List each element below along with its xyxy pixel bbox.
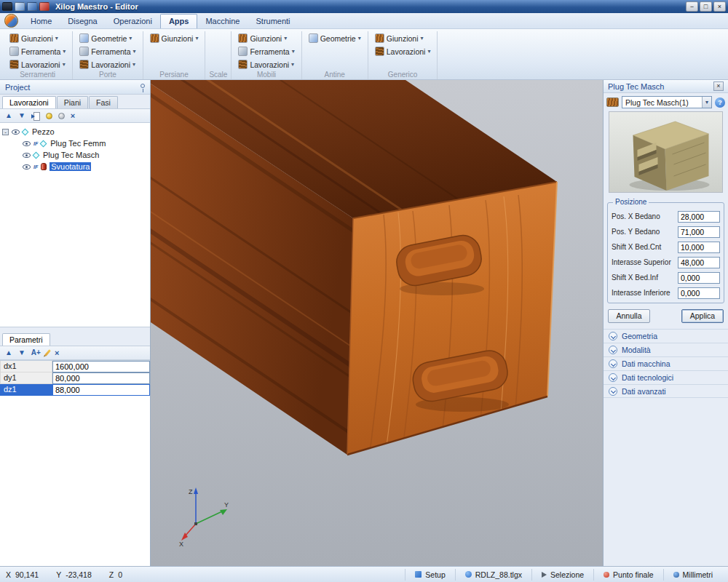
param-row-dx1[interactable]: dx1 — [0, 361, 150, 372]
tab-strumenti[interactable]: Strumenti — [248, 15, 298, 28]
project-panel-header: Project — [0, 80, 150, 95]
tool-select-dropdown[interactable]: Plug Tec Masch(1) ▾ — [622, 96, 712, 108]
ribbon-button-ferramenta[interactable]: Ferramenta▾ — [236, 45, 296, 57]
tree-item-label[interactable]: Plug Tec Femm — [49, 139, 107, 148]
delete-button[interactable]: × — [71, 112, 75, 119]
param-name[interactable]: dx1 — [0, 361, 52, 372]
tab-fasi[interactable]: Fasi — [89, 96, 118, 108]
tree-item-label[interactable]: Svuotatura — [50, 162, 91, 171]
ribbon-button-giunzioni[interactable]: Giunzioni▾ — [148, 32, 201, 44]
maximize-button[interactable]: □ — [700, 1, 712, 12]
ribbon-button-lavorazioni[interactable]: Lavorazioni▾ — [7, 58, 68, 71]
apply-button[interactable]: Applica — [681, 309, 724, 323]
close-button[interactable]: × — [713, 1, 726, 12]
tree-item-label[interactable]: Plug Tec Masch — [41, 151, 100, 159]
move-down-button[interactable]: ▼ — [18, 112, 25, 119]
geometrie-icon — [309, 33, 318, 43]
tree-item-label[interactable]: Pezzo — [31, 127, 56, 136]
visibility-eye-icon[interactable] — [12, 129, 20, 135]
window-controls: − □ × — [686, 1, 726, 12]
tree-item-plug-tec-masch[interactable]: Plug Tec Masch — [2, 149, 148, 161]
field-row: Pos. Y Bedano — [612, 224, 720, 239]
panel-close-button[interactable]: × — [713, 81, 724, 91]
delete-param-button[interactable]: × — [55, 349, 59, 356]
insert-icon[interactable] — [31, 112, 40, 120]
tab-home[interactable]: Home — [23, 15, 60, 28]
maestro-icon[interactable] — [39, 2, 50, 11]
viewport-3d[interactable]: Z Y X — [151, 80, 603, 566]
ribbon-button-lavorazioni[interactable]: Lavorazioni▾ — [236, 58, 296, 71]
ribbon-button-label: Lavorazioni — [387, 47, 426, 56]
dropdown-caret-icon: ▾ — [358, 36, 361, 41]
move-up-button[interactable]: ▲ — [5, 112, 12, 119]
collapse-icon[interactable]: - — [2, 129, 9, 135]
visibility-eye-icon[interactable] — [23, 164, 31, 170]
ribbon-button-lavorazioni[interactable]: Lavorazioni▾ — [77, 58, 138, 71]
tab-macchine[interactable]: Macchine — [197, 15, 248, 28]
ribbon-button-geometrie[interactable]: Geometrie▾ — [77, 32, 138, 44]
pos-x-bedano-input[interactable] — [678, 211, 720, 223]
dropdown-caret-icon: ▾ — [292, 49, 295, 55]
ribbon-button-giunzioni[interactable]: Giunzioni▾ — [373, 32, 433, 44]
section-dati-macchina[interactable]: Dati macchina — [604, 356, 728, 370]
project-toolbar: ▲ ▼ × — [0, 108, 150, 123]
status-file-name[interactable]: RDLZ_88.tlgx — [455, 569, 531, 581]
visibility-eye-icon[interactable] — [23, 141, 31, 146]
enable-icon[interactable] — [46, 113, 52, 119]
minimize-button[interactable]: − — [686, 1, 698, 12]
tab-apps[interactable]: Apps — [160, 14, 198, 28]
param-up-button[interactable]: ▲ — [5, 349, 12, 356]
visibility-eye-icon[interactable] — [23, 153, 31, 158]
interasse-inferiore-input[interactable] — [678, 287, 720, 299]
ribbon-button-lavorazioni[interactable]: Lavorazioni▾ — [373, 45, 433, 57]
project-panel: Project Lavorazioni Piani Fasi ▲ ▼ × - — [0, 80, 151, 566]
status-setup[interactable]: Setup — [405, 569, 454, 581]
add-param-button[interactable]: A+ — [31, 349, 41, 356]
save-icon[interactable] — [27, 2, 37, 11]
edit-param-icon[interactable] — [44, 349, 51, 356]
tab-operazioni[interactable]: Operazioni — [106, 15, 160, 28]
pos-y-bedano-input[interactable] — [678, 226, 720, 238]
param-name[interactable]: dz1 — [0, 384, 52, 396]
disable-icon[interactable] — [58, 113, 65, 119]
ribbon-group-scale: Scale — [205, 31, 232, 79]
status-selection-mode[interactable]: Selezione — [531, 569, 593, 581]
ribbon-button-giunzioni[interactable]: Giunzioni▾ — [7, 32, 68, 44]
param-value-input[interactable] — [52, 361, 150, 372]
application-menu-button[interactable] — [4, 14, 18, 28]
tab-disegna[interactable]: Disegna — [60, 15, 105, 28]
pin-icon[interactable] — [141, 84, 145, 88]
section-geometria[interactable]: Geometria — [604, 329, 728, 343]
ribbon-button-geometrie[interactable]: Geometrie▾ — [306, 32, 363, 44]
new-document-icon[interactable] — [15, 2, 25, 11]
section-dati-tecnologici[interactable]: Dati tecnologici — [604, 370, 728, 384]
ribbon-button-ferramenta[interactable]: Ferramenta▾ — [7, 45, 68, 57]
param-down-button[interactable]: ▼ — [18, 349, 25, 356]
param-value-input[interactable] — [52, 384, 150, 396]
shift-x-bed-cnt-input[interactable] — [678, 242, 720, 253]
param-row-dy1[interactable]: dy1 — [0, 372, 150, 384]
field-row: Interasse Inferiore — [612, 285, 720, 300]
interasse-superiore-input[interactable] — [678, 257, 720, 268]
help-icon[interactable]: ? — [715, 97, 725, 108]
param-row-dz1[interactable]: dz1 — [0, 384, 150, 396]
tree-item-pezzo[interactable]: - Pezzo — [2, 126, 148, 137]
section-modalita[interactable]: Modalità — [604, 343, 728, 356]
param-value-input[interactable] — [52, 372, 150, 384]
tab-piani[interactable]: Piani — [57, 96, 88, 108]
param-name[interactable]: dy1 — [0, 372, 52, 384]
tab-parametri[interactable]: Parametri — [2, 333, 50, 346]
ribbon-button-giunzioni[interactable]: Giunzioni▾ — [236, 32, 296, 44]
section-dati-avanzati[interactable]: Dati avanzati — [604, 384, 728, 398]
ribbon-button-ferramenta[interactable]: Ferramenta▾ — [77, 45, 138, 57]
tree-item-svuotatura[interactable]: IF Svuotatura — [2, 161, 148, 172]
shift-x-bed-inf-input[interactable] — [678, 272, 720, 284]
ribbon-button-label: Giunzioni — [21, 34, 53, 43]
cancel-button[interactable]: Annulla — [608, 309, 650, 323]
dropdown-caret-icon[interactable]: ▾ — [702, 97, 711, 108]
tab-lavorazioni[interactable]: Lavorazioni — [2, 96, 56, 108]
ribbon-button-label: Geometrie — [91, 34, 127, 43]
status-snap-mode[interactable]: Punto finale — [593, 569, 662, 581]
tree-item-plug-tec-femm[interactable]: IF Plug Tec Femm — [2, 137, 148, 149]
status-units[interactable]: Millimetri — [663, 569, 722, 581]
